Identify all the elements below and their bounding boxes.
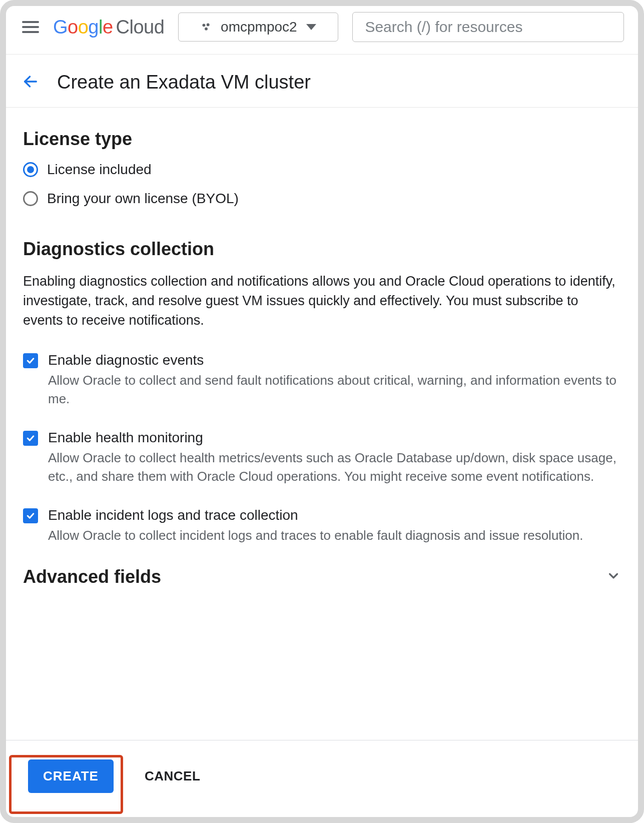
health-monitoring-row: Enable health monitoring Allow Oracle to… — [23, 430, 621, 485]
google-cloud-logo[interactable]: Google Cloud — [53, 17, 164, 38]
advanced-heading: Advanced fields — [23, 566, 161, 587]
radio-selected-icon — [23, 162, 38, 177]
cancel-button[interactable]: CANCEL — [142, 768, 203, 784]
health-monitoring-checkbox[interactable] — [23, 431, 38, 446]
menu-icon[interactable] — [22, 21, 39, 33]
license-radio-group: License included Bring your own license … — [23, 162, 621, 207]
project-icon — [201, 22, 212, 33]
search-input[interactable]: Search (/) for resources — [352, 12, 624, 42]
top-bar: Google Cloud omcpmpoc2 Search (/) for re… — [0, 0, 644, 55]
svg-point-2 — [205, 28, 208, 31]
create-button[interactable]: CREATE — [28, 759, 114, 793]
page-title: Create an Exadata VM cluster — [57, 72, 311, 93]
diag-events-row: Enable diagnostic events Allow Oracle to… — [23, 352, 621, 408]
incident-logs-label: Enable incident logs and trace collectio… — [48, 507, 583, 523]
license-byol-label: Bring your own license (BYOL) — [47, 191, 239, 207]
logo-suffix: Cloud — [116, 17, 165, 38]
diag-events-sub: Allow Oracle to collect and send fault n… — [48, 371, 621, 408]
project-name: omcpmpoc2 — [221, 19, 297, 35]
search-placeholder: Search (/) for resources — [365, 19, 522, 35]
license-included-label: License included — [47, 162, 152, 178]
chevron-down-icon — [606, 568, 621, 585]
license-byol-radio[interactable]: Bring your own license (BYOL) — [23, 191, 621, 207]
svg-point-0 — [203, 24, 206, 27]
health-monitoring-label: Enable health monitoring — [48, 430, 621, 446]
footer-actions: CREATE CANCEL — [6, 740, 638, 817]
diag-events-checkbox[interactable] — [23, 353, 38, 368]
back-arrow-icon[interactable] — [22, 73, 39, 92]
incident-logs-sub: Allow Oracle to collect incident logs an… — [48, 526, 583, 544]
advanced-fields-toggle[interactable]: Advanced fields — [23, 566, 621, 587]
caret-down-icon — [306, 24, 316, 30]
radio-unselected-icon — [23, 191, 38, 206]
project-picker[interactable]: omcpmpoc2 — [178, 13, 338, 42]
diagnostics-description: Enabling diagnostics collection and noti… — [23, 272, 621, 330]
incident-logs-checkbox[interactable] — [23, 508, 38, 523]
diagnostics-heading: Diagnostics collection — [23, 239, 621, 260]
health-monitoring-sub: Allow Oracle to collect health metrics/e… — [48, 449, 621, 485]
license-heading: License type — [23, 129, 621, 150]
svg-point-1 — [207, 23, 210, 26]
page-header: Create an Exadata VM cluster — [0, 55, 644, 108]
license-included-radio[interactable]: License included — [23, 162, 621, 178]
incident-logs-row: Enable incident logs and trace collectio… — [23, 507, 621, 544]
diag-events-label: Enable diagnostic events — [48, 352, 621, 368]
form-content: License type License included Bring your… — [0, 108, 644, 587]
